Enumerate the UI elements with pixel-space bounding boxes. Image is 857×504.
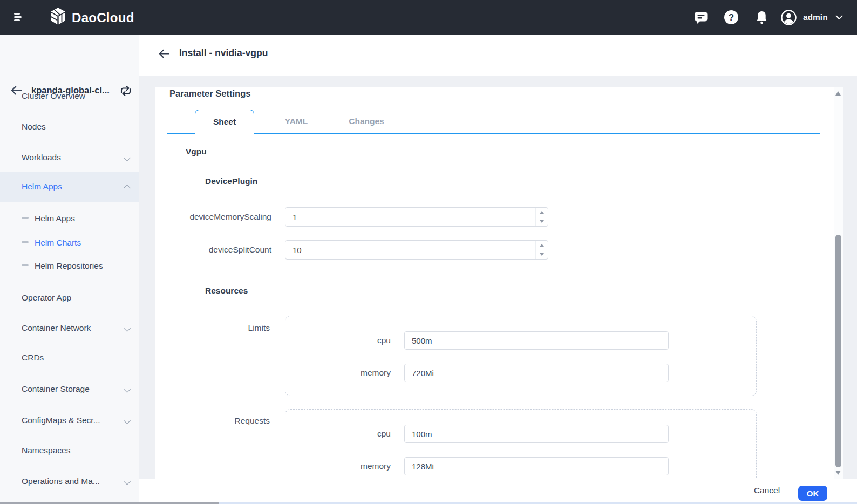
horizontal-scrollbar-thumb[interactable]	[0, 502, 219, 504]
field-label-cpu: cpu	[285, 425, 391, 443]
sidebar-divider	[11, 114, 128, 114]
limits-memory-input[interactable]	[404, 364, 669, 382]
tabs-underline	[167, 133, 820, 134]
group-label-requests: Requests	[155, 416, 270, 426]
section-heading-resources: Resources	[205, 286, 248, 296]
limits-cpu-field	[404, 331, 669, 350]
sidebar-item-configmaps-secrets[interactable]: ConfigMaps & Secr...	[0, 410, 139, 431]
requests-memory-field	[404, 457, 669, 475]
sidebar-item-container-network[interactable]: Container Network	[0, 317, 139, 339]
limits-group-box: cpu memory	[285, 316, 757, 396]
dash-icon	[22, 241, 29, 243]
sidebar-item-cluster-overview[interactable]: Cluster Overview	[0, 85, 139, 107]
sidebar: kpanda-global-cl... Cluster Overview Nod…	[0, 35, 139, 502]
sidebar-item-crds[interactable]: CRDs	[0, 347, 139, 369]
limits-memory-field	[404, 364, 669, 382]
scroll-up-arrow-icon[interactable]	[835, 91, 841, 96]
page-back-button[interactable]	[159, 49, 169, 60]
sidebar-item-namespaces[interactable]: Namespaces	[0, 440, 139, 461]
number-spinner	[535, 241, 548, 259]
requests-memory-input[interactable]	[404, 457, 669, 475]
ok-button[interactable]: OK	[798, 486, 827, 501]
bell-icon[interactable]	[754, 0, 768, 35]
parameter-settings-panel: Parameter Settings Sheet YAML Changes Vg…	[155, 87, 834, 479]
devicesplitcount-field	[285, 240, 548, 260]
section-heading-deviceplugin: DevicePlugin	[205, 176, 257, 186]
menu-icon[interactable]	[14, 13, 22, 21]
sidebar-item-operations[interactable]: Operations and Ma...	[0, 471, 139, 492]
page-header: Install - nvidia-vgpu	[139, 35, 857, 76]
chevron-down-icon	[124, 478, 131, 485]
field-label-memory: memory	[285, 457, 391, 475]
devicememoryscaling-field	[285, 207, 548, 227]
devicesplitcount-input[interactable]	[285, 240, 548, 260]
brand-name: DaoCloud	[72, 10, 134, 25]
daocloud-cube-icon	[50, 7, 66, 28]
chevron-up-icon	[124, 185, 131, 192]
requests-group-box: cpu memory	[285, 409, 757, 479]
horizontal-scrollbar[interactable]	[0, 502, 857, 504]
chevron-down-icon	[124, 386, 131, 393]
sidebar-item-nodes[interactable]: Nodes	[0, 116, 139, 138]
sidebar-subitem-helm-apps[interactable]: Helm Apps	[0, 208, 139, 229]
spinner-up-icon[interactable]	[536, 208, 548, 217]
number-spinner	[535, 208, 548, 226]
requests-cpu-field	[404, 425, 669, 443]
avatar[interactable]	[780, 0, 797, 35]
message-icon[interactable]	[693, 0, 709, 35]
field-label-devicememoryscaling: deviceMemoryScaling	[155, 207, 271, 227]
user-menu-chevron-down-icon[interactable]	[834, 0, 844, 35]
chevron-down-icon	[124, 417, 131, 424]
page-title: Install - nvidia-vgpu	[179, 47, 268, 59]
tab-sheet[interactable]: Sheet	[195, 110, 254, 134]
section-heading-vgpu: Vgpu	[186, 147, 207, 156]
user-name[interactable]: admin	[803, 0, 828, 35]
sidebar-subitem-helm-repositories[interactable]: Helm Repositories	[0, 255, 139, 277]
help-icon[interactable]: ?	[724, 0, 739, 35]
top-bar: DaoCloud ? admin	[0, 0, 857, 35]
tab-yaml[interactable]: YAML	[267, 110, 326, 133]
main-content-area: Parameter Settings Sheet YAML Changes Vg…	[139, 76, 857, 479]
scroll-down-arrow-icon[interactable]	[835, 471, 841, 475]
limits-cpu-input[interactable]	[404, 331, 669, 350]
chevron-down-icon	[124, 325, 131, 332]
spinner-down-icon[interactable]	[536, 250, 548, 259]
brand-logo[interactable]: DaoCloud	[50, 7, 134, 28]
action-footer: Cancel OK	[139, 479, 857, 502]
dash-icon	[22, 264, 29, 266]
sidebar-item-container-storage[interactable]: Container Storage	[0, 378, 139, 400]
spinner-up-icon[interactable]	[536, 241, 548, 250]
panel-title: Parameter Settings	[169, 88, 250, 99]
field-label-memory: memory	[285, 364, 391, 382]
sidebar-item-workloads[interactable]: Workloads	[0, 147, 139, 168]
dash-icon	[22, 217, 29, 219]
requests-cpu-input[interactable]	[404, 425, 669, 443]
vertical-scrollbar-thumb[interactable]	[835, 235, 841, 467]
spinner-down-icon[interactable]	[536, 217, 548, 226]
tab-changes[interactable]: Changes	[337, 110, 396, 133]
sidebar-subitem-helm-charts[interactable]: Helm Charts	[0, 232, 139, 254]
field-label-devicesplitcount: deviceSplitCount	[155, 240, 271, 260]
sidebar-item-helm-apps[interactable]: Helm Apps	[0, 172, 139, 202]
cancel-button[interactable]: Cancel	[748, 485, 786, 496]
chevron-down-icon	[124, 154, 131, 161]
vertical-scrollbar[interactable]	[834, 87, 843, 479]
field-label-cpu: cpu	[285, 331, 391, 350]
sidebar-item-operator-app[interactable]: Operator App	[0, 287, 139, 309]
group-label-limits: Limits	[155, 323, 270, 333]
devicememoryscaling-input[interactable]	[285, 207, 548, 227]
